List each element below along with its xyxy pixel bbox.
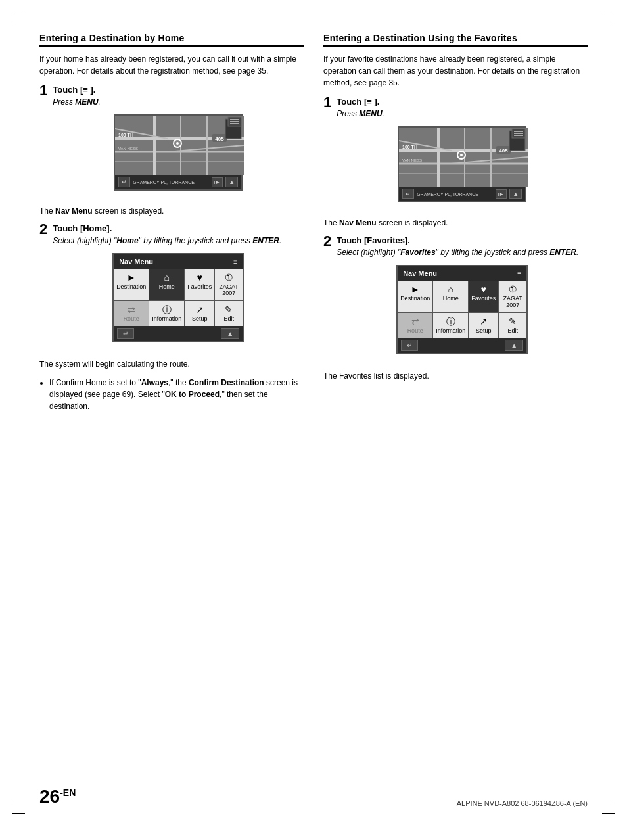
right-zagat-icon: ① bbox=[509, 285, 517, 294]
right-nav-item-setup-label: Setup bbox=[476, 327, 492, 334]
right-nav-item-information: ⓘ Information bbox=[433, 313, 468, 338]
right-step1-number: 1 bbox=[323, 95, 331, 110]
right-edit-icon: ✎ bbox=[509, 317, 517, 326]
left-step1-title: Touch [≡ ]. bbox=[53, 85, 304, 95]
edit-icon: ✎ bbox=[225, 305, 233, 314]
information-icon: ⓘ bbox=[162, 305, 172, 314]
right-map-address: GRAMERCY PL, TORRANCE bbox=[417, 192, 492, 197]
right-route-icon: ⇄ bbox=[411, 317, 419, 326]
left-intro-text: If your home has already been registered… bbox=[39, 53, 304, 77]
left-nav-menu-header: Nav Menu ≡ bbox=[114, 254, 243, 269]
content-area: Entering a Destination by Home If your h… bbox=[39, 33, 588, 415]
right-nav-item-edit: ✎ Edit bbox=[499, 313, 526, 338]
nav-item-zagat: ① ZAGAT 2007 bbox=[215, 269, 243, 300]
svg-point-11 bbox=[176, 142, 179, 145]
right-map-screen: 405 100 TH VAN NESS 1/8 mi bbox=[398, 126, 526, 202]
left-step1-title-prefix: Touch [ bbox=[53, 85, 83, 95]
right-nav-item-route: ⇄ Route bbox=[398, 313, 432, 338]
right-nav-item-edit-label: Edit bbox=[507, 327, 518, 334]
right-home-icon: ⌂ bbox=[448, 285, 453, 294]
left-step1-title-suffix: ]. bbox=[88, 85, 96, 95]
right-column: Entering a Destination Using the Favorit… bbox=[323, 33, 588, 415]
left-nav-menu-title: Nav Menu bbox=[119, 258, 153, 266]
right-nav-forward-btn: ▲ bbox=[505, 340, 523, 351]
svg-point-32 bbox=[460, 154, 463, 156]
nav-item-setup: ↗ Setup bbox=[185, 301, 214, 326]
corner-mark-br bbox=[602, 801, 615, 814]
right-nav-item-zagat: ① ZAGAT 2007 bbox=[499, 281, 526, 312]
left-nav-back-btn: ↵ bbox=[117, 328, 134, 339]
left-bullet-list: If Confirm Home is set to "Always," the … bbox=[39, 377, 304, 412]
nav-item-route-label: Route bbox=[124, 315, 139, 322]
right-nav-item-route-label: Route bbox=[407, 327, 423, 334]
right-section-heading: Entering a Destination Using the Favorit… bbox=[323, 33, 588, 47]
nav-item-zagat-label: ZAGAT 2007 bbox=[218, 283, 240, 296]
right-nav-menu-title: Nav Menu bbox=[403, 269, 437, 277]
left-step1-content: Touch [≡ ]. Press MENU. bbox=[53, 85, 304, 196]
nav-item-information: ⓘ Information bbox=[149, 301, 184, 326]
route-icon: ⇄ bbox=[128, 305, 135, 314]
svg-text:100 TH: 100 TH bbox=[118, 133, 133, 137]
right-nav-menu-bottom: ↵ ▲ bbox=[398, 338, 526, 353]
svg-text:405: 405 bbox=[215, 136, 224, 142]
left-nav-menu-bottom: ↵ ▲ bbox=[114, 326, 243, 341]
page: Entering a Destination by Home If your h… bbox=[0, 0, 627, 840]
left-map-bottom-bar: ↵ GRAMERCY PL, TORRANCE i► ▲ bbox=[115, 175, 241, 189]
left-caption-2: The system will begin calculating the ro… bbox=[39, 358, 304, 370]
right-step2-content: Touch [Favorites]. Select (highlight) "F… bbox=[337, 235, 588, 361]
right-map-nav-icon: ▲ bbox=[509, 189, 522, 199]
right-step1-title: Touch [≡ ]. bbox=[337, 97, 588, 106]
favorites-icon: ♥ bbox=[197, 273, 202, 282]
left-nav-forward-btn: ▲ bbox=[221, 328, 239, 339]
right-step2-title: Touch [Favorites]. bbox=[337, 235, 588, 245]
left-nav-menu-icon: ≡ bbox=[233, 258, 237, 266]
right-nav-item-home-label: Home bbox=[443, 295, 459, 302]
corner-mark-bl bbox=[12, 801, 25, 814]
right-intro-text: If your favorite destinations have alrea… bbox=[323, 53, 588, 89]
left-map-nav-icon: ▲ bbox=[225, 177, 238, 187]
corner-mark-tl bbox=[12, 12, 25, 25]
corner-mark-tr bbox=[602, 12, 615, 25]
nav-item-route: ⇄ Route bbox=[114, 301, 149, 326]
home-icon: ⌂ bbox=[164, 273, 169, 282]
nav-item-favorites: ♥ Favorites bbox=[185, 269, 214, 300]
right-nav-menu-icon: ≡ bbox=[517, 270, 521, 277]
nav-item-home[interactable]: ⌂ Home bbox=[149, 269, 184, 300]
nav-item-setup-label: Setup bbox=[192, 315, 208, 322]
left-section-heading: Entering a Destination by Home bbox=[39, 33, 304, 47]
right-map-svg: 405 100 TH VAN NESS 1/8 mi bbox=[399, 128, 528, 187]
right-nav-item-favorites-label: Favorites bbox=[471, 295, 496, 302]
right-step1-subtitle: Press MENU. bbox=[337, 108, 588, 120]
right-nav-back-btn: ↵ bbox=[401, 340, 418, 351]
right-destination-icon: ► bbox=[411, 285, 420, 294]
left-step1-subtitle: Press MENU. bbox=[53, 96, 304, 108]
left-step2-subtitle: Select (highlight) "Home" by tilting the… bbox=[53, 235, 304, 246]
nav-item-edit-label: Edit bbox=[223, 315, 234, 322]
left-step2-number: 2 bbox=[39, 222, 47, 237]
left-step2-content: Touch [Home]. Select (highlight) "Home" … bbox=[53, 223, 304, 349]
right-nav-item-destination-label: Destination bbox=[400, 295, 430, 302]
left-map-info: i► bbox=[212, 177, 223, 187]
svg-text:VAN NESS: VAN NESS bbox=[118, 147, 138, 151]
page-number: 26-EN bbox=[39, 786, 76, 807]
right-nav-item-favorites[interactable]: ♥ Favorites bbox=[469, 281, 498, 312]
right-step-2: 2 Touch [Favorites]. Select (highlight) … bbox=[323, 235, 588, 361]
right-nav-menu-header: Nav Menu ≡ bbox=[398, 266, 526, 281]
right-step-1: 1 Touch [≡ ]. Press MENU. bbox=[323, 97, 588, 208]
left-map-screen: 405 100 TH VAN NESS 1/8 mi bbox=[114, 114, 243, 191]
left-column: Entering a Destination by Home If your h… bbox=[39, 33, 304, 415]
right-nav-item-destination: ► Destination bbox=[398, 281, 432, 312]
right-map-back-btn: ↵ bbox=[402, 189, 414, 199]
nav-item-favorites-label: Favorites bbox=[187, 283, 212, 290]
nav-item-information-label: Information bbox=[152, 315, 181, 322]
svg-text:405: 405 bbox=[499, 148, 508, 154]
nav-item-home-label: Home bbox=[159, 283, 175, 290]
left-step-1: 1 Touch [≡ ]. Press MENU. bbox=[39, 85, 304, 196]
left-map-back-btn: ↵ bbox=[118, 177, 130, 187]
right-favorites-icon: ♥ bbox=[481, 285, 486, 294]
right-caption-2: The Favorites list is displayed. bbox=[323, 370, 588, 382]
zagat-icon: ① bbox=[225, 273, 233, 282]
left-nav-menu-grid: ► Destination ⌂ Home ♥ Favorites bbox=[114, 269, 243, 326]
right-information-icon: ⓘ bbox=[446, 317, 455, 326]
destination-icon: ► bbox=[127, 273, 136, 282]
